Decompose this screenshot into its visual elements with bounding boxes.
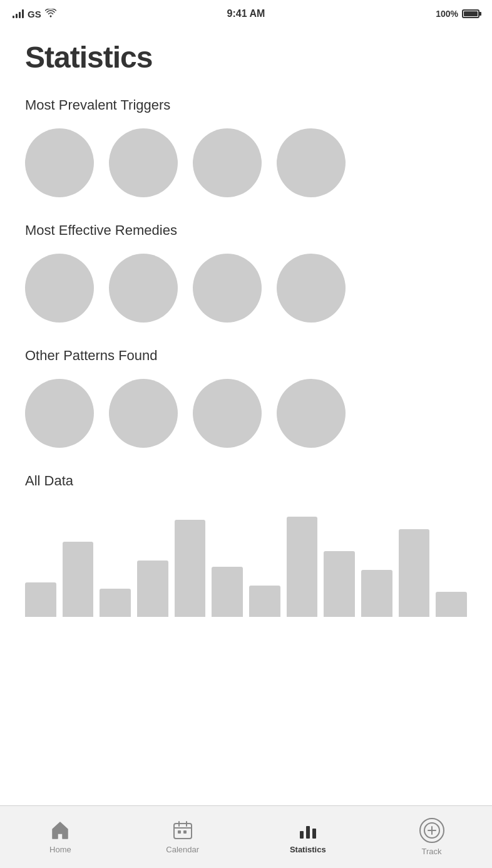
home-icon [49, 820, 71, 841]
triggers-section: Most Prevalent Triggers [25, 97, 467, 197]
tab-statistics[interactable]: Statistics [280, 815, 336, 859]
main-content: Statistics Most Prevalent Triggers Most … [0, 28, 492, 715]
wifi-icon [45, 9, 56, 19]
track-plus-icon [419, 818, 444, 843]
trigger-circle-4[interactable] [277, 128, 346, 197]
bar-1 [63, 542, 94, 617]
bar-11 [436, 592, 467, 617]
remedy-circle-3[interactable] [193, 254, 262, 323]
bar-4 [175, 520, 206, 617]
remedies-section-title: Most Effective Remedies [25, 222, 467, 239]
trigger-circle-2[interactable] [109, 128, 178, 197]
pattern-circle-3[interactable] [193, 379, 262, 448]
remedies-section: Most Effective Remedies [25, 222, 467, 323]
bar-5 [212, 567, 243, 617]
patterns-section-title: Other Patterns Found [25, 348, 467, 364]
page-title: Statistics [25, 40, 467, 75]
tab-calendar-label: Calendar [166, 845, 199, 854]
remedy-circle-2[interactable] [109, 254, 178, 323]
bar-chart [25, 504, 467, 617]
remedy-circle-1[interactable] [25, 254, 94, 323]
bar-8 [324, 551, 355, 617]
remedy-circle-4[interactable] [277, 254, 346, 323]
tab-home[interactable]: Home [35, 815, 85, 859]
battery-icon [462, 9, 479, 18]
tab-statistics-label: Statistics [290, 845, 326, 854]
tab-track-label: Track [422, 847, 442, 856]
bar-10 [399, 529, 430, 617]
svg-rect-0 [174, 824, 192, 839]
triggers-section-title: Most Prevalent Triggers [25, 97, 467, 113]
status-left: GS [13, 9, 56, 19]
bar-3 [137, 561, 168, 617]
bar-6 [249, 586, 280, 617]
bar-7 [287, 517, 318, 617]
carrier-text: GS [28, 9, 41, 19]
statistics-icon [297, 820, 319, 841]
pattern-circle-1[interactable] [25, 379, 94, 448]
trigger-circle-1[interactable] [25, 128, 94, 197]
pattern-circle-2[interactable] [109, 379, 178, 448]
calendar-icon [172, 820, 193, 841]
patterns-section: Other Patterns Found [25, 348, 467, 448]
tab-bar: Home Calendar Statistics Track [0, 805, 492, 868]
tab-calendar[interactable]: Calendar [156, 815, 209, 859]
pattern-circle-4[interactable] [277, 379, 346, 448]
bar-2 [100, 589, 131, 617]
status-time: 9:41 AM [227, 8, 265, 19]
svg-rect-7 [306, 826, 310, 839]
patterns-circles-row [25, 379, 467, 448]
svg-rect-4 [178, 830, 181, 834]
alldata-section-title: All Data [25, 473, 467, 489]
alldata-section: All Data [25, 473, 467, 617]
status-right: 100% [436, 9, 479, 19]
battery-percent: 100% [436, 9, 458, 19]
signal-bars-icon [13, 9, 24, 18]
bar-9 [361, 570, 392, 617]
remedies-circles-row [25, 254, 467, 323]
triggers-circles-row [25, 128, 467, 197]
tab-home-label: Home [49, 845, 71, 854]
tab-track[interactable]: Track [407, 813, 457, 861]
svg-rect-8 [312, 829, 316, 839]
svg-rect-5 [183, 830, 187, 834]
svg-rect-6 [300, 831, 304, 839]
trigger-circle-3[interactable] [193, 128, 262, 197]
status-bar: GS 9:41 AM 100% [0, 0, 492, 28]
bar-0 [25, 582, 56, 617]
